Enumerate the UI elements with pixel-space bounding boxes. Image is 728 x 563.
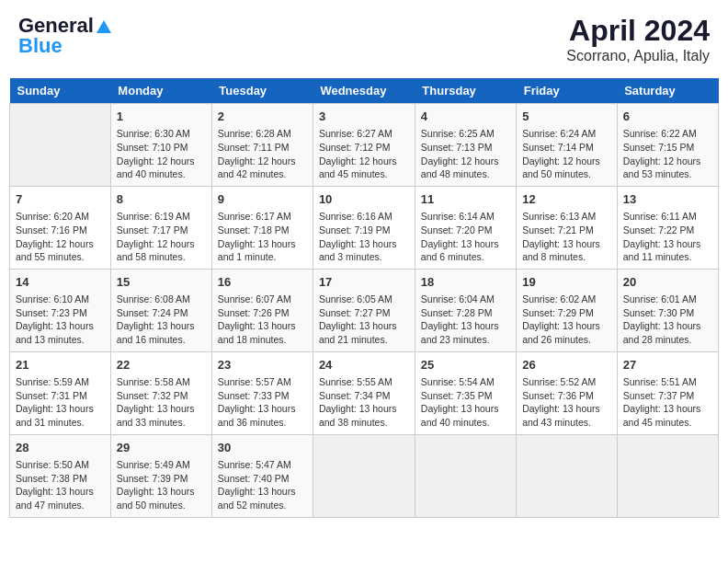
day-number: 9 xyxy=(218,191,307,208)
day-info: Sunrise: 6:02 AM Sunset: 7:29 PM Dayligh… xyxy=(522,293,611,347)
day-number: 26 xyxy=(522,357,611,373)
day-number: 8 xyxy=(117,191,206,208)
logo-blue: Blue xyxy=(18,38,63,54)
day-number: 25 xyxy=(421,357,510,373)
day-number: 3 xyxy=(319,109,409,125)
page-header: General Blue April 2024 Scorrano, Apulia… xyxy=(9,9,719,69)
day-number: 28 xyxy=(16,440,105,456)
day-info: Sunrise: 6:19 AM Sunset: 7:17 PM Dayligh… xyxy=(117,210,206,264)
day-number: 6 xyxy=(623,109,712,125)
day-cell: 1Sunrise: 6:30 AM Sunset: 7:10 PM Daylig… xyxy=(110,104,211,187)
day-number: 4 xyxy=(421,109,510,125)
day-info: Sunrise: 5:50 AM Sunset: 7:38 PM Dayligh… xyxy=(16,458,105,512)
svg-marker-0 xyxy=(97,20,111,33)
day-info: Sunrise: 6:01 AM Sunset: 7:30 PM Dayligh… xyxy=(623,293,712,347)
day-cell: 16Sunrise: 6:07 AM Sunset: 7:26 PM Dayli… xyxy=(211,269,313,351)
day-number: 15 xyxy=(117,274,206,291)
day-number: 19 xyxy=(522,274,611,291)
day-info: Sunrise: 6:22 AM Sunset: 7:15 PM Dayligh… xyxy=(623,127,712,181)
week-row-3: 14Sunrise: 6:10 AM Sunset: 7:23 PM Dayli… xyxy=(10,269,719,351)
day-info: Sunrise: 6:30 AM Sunset: 7:10 PM Dayligh… xyxy=(117,127,206,181)
calendar-table: SundayMondayTuesdayWednesdayThursdayFrid… xyxy=(9,78,719,518)
day-info: Sunrise: 6:27 AM Sunset: 7:12 PM Dayligh… xyxy=(319,127,409,181)
day-cell xyxy=(313,434,415,517)
day-number: 22 xyxy=(117,357,206,373)
day-info: Sunrise: 5:59 AM Sunset: 7:31 PM Dayligh… xyxy=(16,375,105,430)
day-info: Sunrise: 6:10 AM Sunset: 7:23 PM Dayligh… xyxy=(16,293,105,347)
week-row-1: 1Sunrise: 6:30 AM Sunset: 7:10 PM Daylig… xyxy=(10,104,719,187)
day-info: Sunrise: 6:16 AM Sunset: 7:19 PM Dayligh… xyxy=(319,210,409,264)
day-cell: 13Sunrise: 6:11 AM Sunset: 7:22 PM Dayli… xyxy=(617,186,718,269)
day-info: Sunrise: 6:25 AM Sunset: 7:13 PM Dayligh… xyxy=(421,127,510,181)
day-number: 24 xyxy=(319,357,409,373)
day-info: Sunrise: 5:58 AM Sunset: 7:32 PM Dayligh… xyxy=(117,375,206,430)
day-cell: 20Sunrise: 6:01 AM Sunset: 7:30 PM Dayli… xyxy=(617,269,718,351)
day-cell: 10Sunrise: 6:16 AM Sunset: 7:19 PM Dayli… xyxy=(313,186,415,269)
header-day-friday: Friday xyxy=(517,78,618,104)
day-cell: 22Sunrise: 5:58 AM Sunset: 7:32 PM Dayli… xyxy=(110,351,211,434)
day-cell xyxy=(415,434,516,517)
day-cell xyxy=(517,434,618,517)
day-info: Sunrise: 6:20 AM Sunset: 7:16 PM Dayligh… xyxy=(16,210,105,264)
day-cell: 21Sunrise: 5:59 AM Sunset: 7:31 PM Dayli… xyxy=(10,351,111,434)
day-number: 21 xyxy=(16,357,105,373)
day-cell: 5Sunrise: 6:24 AM Sunset: 7:14 PM Daylig… xyxy=(517,104,618,187)
day-number: 11 xyxy=(421,191,510,208)
day-info: Sunrise: 6:14 AM Sunset: 7:20 PM Dayligh… xyxy=(421,210,510,264)
day-number: 14 xyxy=(16,274,105,291)
day-info: Sunrise: 5:55 AM Sunset: 7:34 PM Dayligh… xyxy=(319,375,409,430)
day-number: 20 xyxy=(623,274,712,291)
day-info: Sunrise: 6:13 AM Sunset: 7:21 PM Dayligh… xyxy=(522,210,611,264)
day-number: 5 xyxy=(522,109,611,125)
day-number: 10 xyxy=(319,191,409,208)
day-cell: 17Sunrise: 6:05 AM Sunset: 7:27 PM Dayli… xyxy=(313,269,415,351)
day-cell: 3Sunrise: 6:27 AM Sunset: 7:12 PM Daylig… xyxy=(313,104,415,187)
logo: General Blue xyxy=(18,14,113,54)
day-info: Sunrise: 6:11 AM Sunset: 7:22 PM Dayligh… xyxy=(623,210,712,264)
day-cell xyxy=(617,434,718,517)
day-info: Sunrise: 6:17 AM Sunset: 7:18 PM Dayligh… xyxy=(218,210,307,264)
week-row-2: 7Sunrise: 6:20 AM Sunset: 7:16 PM Daylig… xyxy=(10,186,719,269)
week-row-4: 21Sunrise: 5:59 AM Sunset: 7:31 PM Dayli… xyxy=(10,351,719,434)
day-info: Sunrise: 6:05 AM Sunset: 7:27 PM Dayligh… xyxy=(319,293,409,347)
header-day-thursday: Thursday xyxy=(415,78,516,104)
day-info: Sunrise: 6:04 AM Sunset: 7:28 PM Dayligh… xyxy=(421,293,510,347)
location: Scorrano, Apulia, Italy xyxy=(566,48,710,64)
day-cell: 28Sunrise: 5:50 AM Sunset: 7:38 PM Dayli… xyxy=(10,434,111,517)
day-cell: 6Sunrise: 6:22 AM Sunset: 7:15 PM Daylig… xyxy=(617,104,718,187)
day-cell: 11Sunrise: 6:14 AM Sunset: 7:20 PM Dayli… xyxy=(415,186,516,269)
day-info: Sunrise: 5:51 AM Sunset: 7:37 PM Dayligh… xyxy=(623,375,712,430)
header-day-sunday: Sunday xyxy=(10,78,111,104)
day-cell: 2Sunrise: 6:28 AM Sunset: 7:11 PM Daylig… xyxy=(211,104,313,187)
day-number: 12 xyxy=(522,191,611,208)
day-info: Sunrise: 6:24 AM Sunset: 7:14 PM Dayligh… xyxy=(522,127,611,181)
header-day-saturday: Saturday xyxy=(617,78,718,104)
day-cell: 14Sunrise: 6:10 AM Sunset: 7:23 PM Dayli… xyxy=(10,269,111,351)
day-cell: 12Sunrise: 6:13 AM Sunset: 7:21 PM Dayli… xyxy=(517,186,618,269)
day-number: 2 xyxy=(218,109,307,125)
day-number: 18 xyxy=(421,274,510,291)
day-info: Sunrise: 6:07 AM Sunset: 7:26 PM Dayligh… xyxy=(218,293,307,347)
day-number: 30 xyxy=(218,440,307,456)
day-cell: 4Sunrise: 6:25 AM Sunset: 7:13 PM Daylig… xyxy=(415,104,516,187)
day-cell: 27Sunrise: 5:51 AM Sunset: 7:37 PM Dayli… xyxy=(617,351,718,434)
title-block: April 2024 Scorrano, Apulia, Italy xyxy=(566,14,710,64)
day-info: Sunrise: 5:57 AM Sunset: 7:33 PM Dayligh… xyxy=(218,375,307,430)
header-day-wednesday: Wednesday xyxy=(313,78,415,104)
day-cell: 9Sunrise: 6:17 AM Sunset: 7:18 PM Daylig… xyxy=(211,186,313,269)
day-number: 7 xyxy=(16,191,105,208)
day-number: 27 xyxy=(623,357,712,373)
day-cell: 8Sunrise: 6:19 AM Sunset: 7:17 PM Daylig… xyxy=(110,186,211,269)
day-info: Sunrise: 5:49 AM Sunset: 7:39 PM Dayligh… xyxy=(117,458,206,512)
day-cell: 19Sunrise: 6:02 AM Sunset: 7:29 PM Dayli… xyxy=(517,269,618,351)
day-cell: 15Sunrise: 6:08 AM Sunset: 7:24 PM Dayli… xyxy=(110,269,211,351)
day-cell: 24Sunrise: 5:55 AM Sunset: 7:34 PM Dayli… xyxy=(313,351,415,434)
day-number: 13 xyxy=(623,191,712,208)
day-cell: 23Sunrise: 5:57 AM Sunset: 7:33 PM Dayli… xyxy=(211,351,313,434)
day-cell: 26Sunrise: 5:52 AM Sunset: 7:36 PM Dayli… xyxy=(517,351,618,434)
day-cell: 30Sunrise: 5:47 AM Sunset: 7:40 PM Dayli… xyxy=(211,434,313,517)
header-day-tuesday: Tuesday xyxy=(211,78,313,104)
day-number: 1 xyxy=(117,109,206,125)
day-info: Sunrise: 6:28 AM Sunset: 7:11 PM Dayligh… xyxy=(218,127,307,181)
calendar-header-row: SundayMondayTuesdayWednesdayThursdayFrid… xyxy=(10,78,719,104)
